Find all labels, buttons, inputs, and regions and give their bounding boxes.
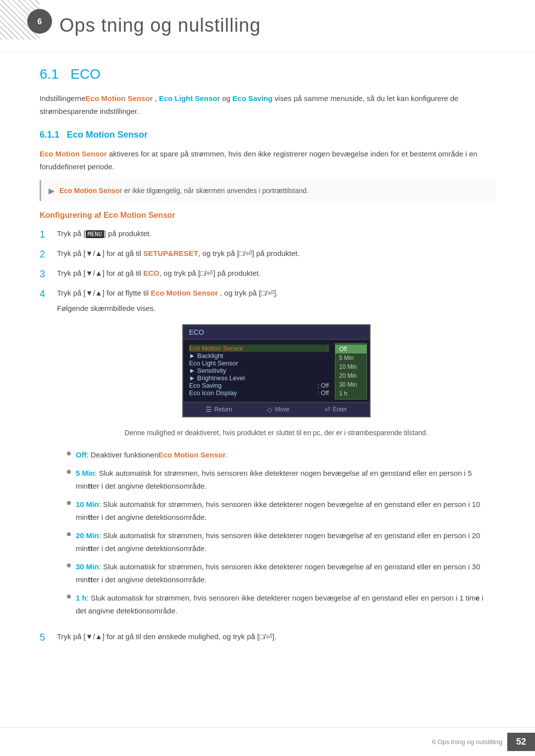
step-text-5: Tryk på [▼/▲] for at gå til den ønskede … [57, 630, 495, 643]
dropdown-item-1h: 1 h [335, 389, 367, 398]
eco-menu-footer: ☰ Return ◇ Move ⏎ Enter [183, 402, 370, 416]
bullet-item-off: Off: Deaktiver funktionenEco Motion Sens… [67, 449, 495, 461]
page-header: Ops tning og nulstilling [0, 0, 535, 51]
menu-item-saving-value: : Off [318, 382, 328, 389]
step-number-1: 1 [40, 227, 50, 241]
dropdown-item-5min: 5 Min [335, 353, 367, 362]
intro-paragraph: IndstillingerneEco Motion Sensor , Eco L… [40, 92, 495, 117]
bullet-dot [67, 452, 71, 455]
bullet-item-10min: 10 Min: Sluk automatisk for strømmen, hv… [67, 498, 495, 523]
link-eco-light-sensor: Eco Light Sensor [159, 94, 220, 102]
move-icon: ◇ [267, 405, 272, 413]
step-4-content: Tryk på [▼/▲] for at flytte til Eco Moti… [57, 287, 495, 624]
step-text-3: Tryk på [▼/▲] for at gå til ECO, og tryk… [57, 267, 495, 280]
section-6-1-1: 6.1.1 Eco Motion Sensor Eco Motion Senso… [40, 130, 495, 644]
steps-list: 1 Tryk på [MENU] på produktet. 2 Tryk på… [40, 227, 495, 644]
eco-menu-item-backlight: ► Backlight [189, 352, 329, 359]
eco-menu-items: Eco Motion Sensor : ► Backlight Eco Ligh… [183, 340, 370, 402]
footer-return: ☰ Return [206, 405, 232, 413]
menu-item-saving-label: Eco Saving [189, 382, 222, 389]
page-content: 6.1 ECO IndstillingerneEco Motion Sensor… [0, 66, 535, 694]
footer-page-number: 52 [507, 733, 535, 751]
intro-text-prefix: Indstillingerne [40, 94, 86, 102]
bullet-item-5min: 5 Min: Sluk automatisk for strømmen, hvi… [67, 467, 495, 492]
dropdown-item-20min: 20 Min [335, 371, 367, 380]
step-4: 4 Tryk på [▼/▲] for at flytte til Eco Mo… [40, 287, 495, 624]
menu-item-sensitivity-label: ► Sensitivity [189, 367, 226, 374]
bullet-item-1h: 1 h: Sluk automatisk for strømmen, hvis … [67, 592, 495, 617]
link-eco-saving: Eco Saving [232, 94, 272, 102]
bullet-dot-30min [67, 563, 71, 567]
section-6-1: 6.1 ECO IndstillingerneEco Motion Sensor… [40, 66, 495, 117]
return-icon: ☰ [206, 405, 212, 413]
menu-item-icon-display-value: : Off [318, 390, 328, 397]
bullet-link-eco-motion: Eco Motion Sensor [159, 451, 226, 459]
menu-item-brightness-label: ► Brightness Level [189, 374, 245, 382]
note-text: Eco Motion Sensor er ikke tilgængelig, n… [59, 185, 309, 196]
menu-icon: MENU [86, 230, 104, 238]
footer-chapter-text: 6 Ops tning og nulstilling [432, 738, 502, 746]
step-number-4: 4 [40, 287, 50, 301]
step-2: 2 Tryk på [▼/▲] for at gå til SETUP&RESE… [40, 247, 495, 261]
bullet-text-10min: 10 Min: Sluk automatisk for strømmen, hv… [76, 498, 495, 523]
step-text-1: Tryk på [MENU] på produktet. [57, 227, 495, 240]
step-5: 5 Tryk på [▼/▲] for at gå til den ønsked… [40, 630, 495, 644]
eco-motion-keyword: Eco Motion Sensor [40, 150, 107, 158]
bullet-label-5min: 5 Min [76, 469, 95, 477]
dropdown-item-off: Off [335, 345, 367, 353]
bullet-dot-5min [67, 470, 71, 474]
eco-menu: ECO Eco Motion Sensor : [182, 324, 371, 417]
eco-motion-sensor-link: Eco Motion Sensor [151, 289, 218, 297]
bullet-text-5min: 5 Min: Sluk automatisk for strømmen, hvi… [76, 467, 495, 492]
bullet-text-30min: 30 Min: Sluk automatisk for strømmen, hv… [76, 560, 495, 586]
subsection-title: 6.1.1 Eco Motion Sensor [40, 130, 495, 140]
bullet-text-20min: 20 Min: Sluk automatisk for strømmen, hv… [76, 529, 495, 554]
footer-move: ◇ Move [267, 405, 289, 413]
step-3: 3 Tryk på [▼/▲] for at gå til ECO, og tr… [40, 267, 495, 281]
bullet-item-30min: 30 Min: Sluk automatisk for strømmen, hv… [67, 560, 495, 586]
step-number-5: 5 [40, 630, 50, 644]
menu-item-light-sensor-label: Eco Light Sensor [189, 359, 238, 367]
dropdown-item-30min: 30 Min [335, 380, 367, 389]
eco-menu-title: ECO [183, 325, 370, 340]
svg-text:6: 6 [38, 17, 42, 26]
eco-menu-item-motion: Eco Motion Sensor : [189, 345, 329, 352]
step-text-2: Tryk på [▼/▲] for at gå til SETUP&RESET,… [57, 247, 495, 260]
caption-text: Denne mulighed er deaktiveret, hvis prod… [57, 427, 495, 438]
menu-item-backlight-label: ► Backlight [189, 352, 223, 359]
bullet-label-1h: 1 h [76, 594, 87, 602]
eco-menu-item-light-sensor: Eco Light Sensor [189, 359, 329, 367]
eco-menu-item-brightness: ► Brightness Level [189, 374, 329, 382]
enter-icon: ⏎ [324, 405, 330, 413]
bullet-dot-10min [67, 501, 71, 505]
subheading-konfigurering: Konfigurering af Eco Motion Sensor [40, 211, 495, 220]
footer-move-label: Move [275, 406, 289, 413]
bullet-label-10min: 10 Min [76, 500, 99, 508]
page-footer: 6 Ops tning og nulstilling 52 [0, 727, 535, 756]
step-1: 1 Tryk på [MENU] på produktet. [40, 227, 495, 241]
bullet-label-off: Off [76, 451, 87, 459]
bullet-label-20min: 20 Min [76, 531, 99, 540]
step-4-continuation: Følgende skærmbillede vises. [57, 302, 495, 315]
eco-menu-item-sensitivity: ► Sensitivity [189, 367, 329, 374]
footer-return-label: Return [214, 406, 232, 413]
note-box: ▶ Eco Motion Sensor er ikke tilgængelig,… [40, 180, 495, 201]
link-eco-motion-sensor: Eco Motion Sensor [86, 94, 153, 102]
setup-reset-keyword: SETUP&RESET [143, 249, 198, 257]
section-title: 6.1 ECO [40, 66, 495, 82]
bullet-text-1h: 1 h: Sluk automatisk for strømmen, hvis … [76, 592, 495, 617]
bullet-text-off: Off: Deaktiver funktionenEco Motion Sens… [76, 449, 228, 461]
menu-screenshot: ECO Eco Motion Sensor : [57, 324, 495, 417]
step-number-3: 3 [40, 267, 50, 281]
dropdown-item-10min: 10 Min [335, 362, 367, 371]
chapter-number: 6 [27, 9, 52, 34]
bullet-label-30min: 30 Min [76, 562, 99, 571]
menu-item-colon: : [327, 345, 328, 352]
bullet-item-20min: 20 Min: Sluk automatisk for strømmen, hv… [67, 529, 495, 554]
bullet-dot-1h [67, 595, 71, 599]
step-number-2: 2 [40, 247, 50, 261]
main-title: Ops tning og nulstilling [59, 15, 495, 36]
step-text-4: Tryk på [▼/▲] for at flytte til Eco Moti… [57, 287, 495, 300]
footer-enter-label: Enter [333, 406, 347, 413]
footer-enter: ⏎ Enter [324, 405, 347, 413]
